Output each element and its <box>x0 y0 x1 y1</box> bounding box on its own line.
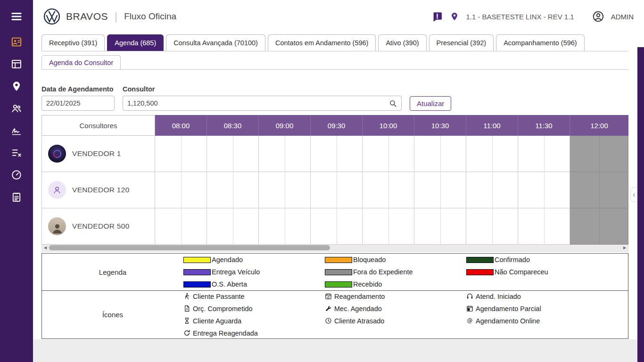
right-panel-strip <box>637 47 644 362</box>
redo-icon <box>183 329 190 337</box>
legend-swatch-n-o-compareceu <box>466 269 494 275</box>
clipboard-icon[interactable] <box>11 191 22 203</box>
icon-legend-label: Orç. Comprometido <box>193 305 253 313</box>
consultant-row: VENDEDOR 500 <box>41 208 628 245</box>
chat-alert-icon[interactable] <box>431 11 443 23</box>
signature-icon[interactable] <box>11 125 22 136</box>
scroll-left-arrow-icon[interactable]: ◀ <box>42 245 49 251</box>
consultor-input[interactable] <box>127 99 389 107</box>
slot-cell[interactable] <box>414 208 466 245</box>
tab-agenda-685[interactable]: Agenda (685) <box>107 34 164 51</box>
consultor-filter-group: Consultor <box>123 85 402 111</box>
slot-cell[interactable] <box>363 136 414 172</box>
topbar-right: 1.1 - BASETESTE LINX - REV 1.1 ADMIN <box>431 10 634 23</box>
legend-label: Agendado <box>212 256 243 263</box>
scroll-right-arrow-icon[interactable]: ▶ <box>621 245 628 251</box>
consultant-row: VENDEDOR 120 <box>41 172 628 208</box>
slot-cell[interactable] <box>518 136 570 172</box>
menu-icon[interactable] <box>10 10 23 23</box>
slot-cell[interactable] <box>155 172 207 208</box>
icon-legend-label: Cliente Passante <box>193 293 245 300</box>
slot-cell[interactable] <box>466 208 518 245</box>
icons-legend-grid: Cliente PassanteReagendamentoAtend. Inic… <box>183 291 628 338</box>
people-icon[interactable] <box>11 103 22 114</box>
legend-item: O.S. Aberta <box>183 280 325 289</box>
tab-acompanhamento-596[interactable]: Acompanhamento (596) <box>496 34 585 51</box>
slot-cell[interactable] <box>259 136 311 172</box>
scrollbar-thumb[interactable] <box>49 245 330 250</box>
consultant-label: VENDEDOR 500 <box>41 208 155 245</box>
icon-legend-label: Agendamento Parcial <box>476 305 541 313</box>
slot-cell[interactable] <box>518 208 570 245</box>
time-header: 08:00 <box>155 115 207 136</box>
icon-legend-item: Orç. Comprometido <box>183 304 325 313</box>
legend-label: Confirmado <box>495 256 530 263</box>
contacts-icon[interactable] <box>11 36 22 48</box>
slot-cell[interactable] <box>466 136 518 172</box>
consultor-field[interactable] <box>123 96 402 111</box>
slot-cell[interactable] <box>311 136 363 172</box>
slot-cell[interactable] <box>259 208 311 245</box>
slot-cell[interactable] <box>363 208 414 245</box>
slot-cell[interactable] <box>363 172 414 208</box>
horizontal-scrollbar[interactable]: ◀ ▶ <box>41 245 628 252</box>
sidebar-icon-stack <box>11 36 22 203</box>
legend-label: Entrega Veículo <box>212 268 260 276</box>
slot-cell[interactable] <box>414 172 466 208</box>
slot-cell[interactable] <box>207 136 259 172</box>
user-name: ADMIN <box>611 13 634 21</box>
time-header: 08:30 <box>207 115 259 136</box>
tab-contatos-em-andamento-596[interactable]: Contatos em Andamento (596) <box>268 34 376 51</box>
date-filter-group: Data de Agendamento <box>41 85 115 111</box>
slot-cell[interactable] <box>311 208 363 245</box>
slot-cell[interactable] <box>155 136 207 172</box>
tab-presencial-392[interactable]: Presencial (392) <box>429 34 494 51</box>
tab-agenda-do-consultor[interactable]: Agenda do Consultor <box>41 55 121 69</box>
time-header: 09:00 <box>259 115 311 136</box>
icon-legend-item: Reagendamento <box>325 292 466 301</box>
tab-consulta-avan-ada-70100[interactable]: Consulta Avançada (70100) <box>166 34 265 51</box>
panel-collapse-toggle[interactable]: ‹ <box>630 187 637 202</box>
tab-ativo-390[interactable]: Ativo (390) <box>378 34 426 51</box>
icon-legend-label: Agendamento Online <box>476 317 540 325</box>
slot-cell[interactable] <box>155 208 207 245</box>
slot-cell[interactable] <box>570 136 628 172</box>
headset-icon <box>466 293 473 300</box>
legend-label: O.S. Aberta <box>212 280 247 288</box>
list-icon[interactable] <box>11 58 22 70</box>
consultores-header: Consultores <box>41 115 155 136</box>
consultant-row: VENDEDOR 1 <box>41 136 628 172</box>
slot-cell[interactable] <box>518 172 570 208</box>
tab-receptivo-391[interactable]: Receptivo (391) <box>41 34 105 51</box>
legend-swatch-confirmado <box>466 257 494 263</box>
legend-label: Bloqueado <box>353 256 386 263</box>
icon-legend-item: Cliente Passante <box>183 292 325 301</box>
search-icon[interactable] <box>389 99 397 107</box>
gauge-icon[interactable] <box>11 169 22 181</box>
slot-cell[interactable] <box>207 172 259 208</box>
legend-grid: AgendadoBloqueadoConfirmadoEntrega Veícu… <box>183 254 628 290</box>
svg-text:@: @ <box>467 317 473 324</box>
refresh-button[interactable]: Atualizar <box>410 96 451 111</box>
date-field[interactable] <box>41 96 115 111</box>
slot-cell[interactable] <box>570 208 628 245</box>
legend-item: Confirmado <box>466 255 628 264</box>
slot-cell[interactable] <box>259 172 311 208</box>
tasks-icon[interactable] <box>11 147 22 158</box>
consultant-name: VENDEDOR 500 <box>72 222 130 230</box>
slot-cell[interactable] <box>311 172 363 208</box>
legend-label: Recebido <box>353 280 382 288</box>
map-pin-icon[interactable] <box>11 81 22 92</box>
icons-legend-title: Ícones <box>42 291 183 338</box>
slot-cell[interactable] <box>207 208 259 245</box>
user-icon[interactable] <box>592 10 604 23</box>
location-pin-icon[interactable] <box>450 12 459 21</box>
slot-cell[interactable] <box>414 136 466 172</box>
avatar-logo <box>48 145 66 163</box>
icon-legend-label: Cliente Aguarda <box>193 317 241 325</box>
slot-cell[interactable] <box>466 172 518 208</box>
avatar-photo <box>48 217 66 235</box>
icon-legend-label: Cliente Atrasado <box>334 317 384 325</box>
slot-cell[interactable] <box>570 172 628 208</box>
date-input[interactable] <box>46 99 134 107</box>
